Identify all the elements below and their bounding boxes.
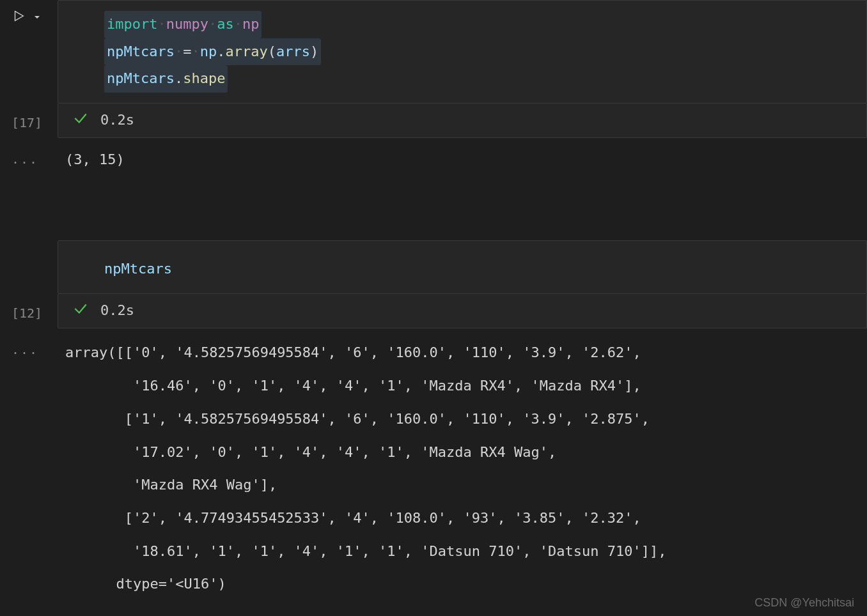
execution-count: [17] — [12, 115, 42, 130]
function-call: array — [225, 43, 267, 59]
chevron-down-icon[interactable] — [32, 10, 42, 26]
success-check-icon — [72, 300, 89, 320]
cell-2-output: array([['0', '4.58257569495584', '6', '1… — [58, 328, 867, 613]
keyword-as: as — [217, 16, 234, 32]
cell-1-code-editor[interactable]: import·numpy·as·np npMtcars·=·np.array(a… — [58, 0, 867, 104]
cell-1-exec-count: [17] — [0, 104, 58, 130]
cell-1-status-bar: 0.2s — [58, 104, 867, 138]
property: shape — [183, 70, 225, 86]
cell-2-gutter-controls — [0, 240, 58, 249]
run-cell-icon[interactable] — [12, 9, 26, 26]
cell-2: npMtcars [12] 0.2s ··· array([['0', '4.5… — [0, 240, 867, 613]
watermark: CSDN @Yehchitsai — [754, 596, 854, 610]
argument: arrs — [276, 43, 310, 59]
cell-1-gutter-controls — [0, 0, 58, 26]
variable: npMtcars — [104, 261, 172, 277]
namespace: np — [200, 43, 217, 59]
variable: npMtcars — [107, 43, 175, 59]
keyword-import: import — [107, 16, 157, 32]
execution-time: 0.2s — [100, 112, 134, 128]
execution-time: 0.2s — [100, 302, 134, 318]
ellipsis-icon[interactable]: ··· — [12, 340, 38, 360]
module-name: numpy — [166, 16, 208, 32]
cell-1-output: (3, 15) — [58, 138, 867, 215]
ellipsis-icon[interactable]: ··· — [12, 150, 38, 170]
cell-2-output-gutter: ··· — [0, 328, 58, 360]
variable: npMtcars — [107, 70, 175, 86]
cell-1: import·numpy·as·np npMtcars·=·np.array(a… — [0, 0, 867, 215]
notebook: import·numpy·as·np npMtcars·=·np.array(a… — [0, 0, 867, 613]
cell-2-code-editor[interactable]: npMtcars — [58, 240, 867, 295]
cell-2-exec-count: [12] — [0, 294, 58, 321]
cell-spacer — [0, 215, 867, 240]
cell-2-status-bar: 0.2s — [58, 294, 867, 328]
alias-name: np — [242, 16, 260, 32]
operator-equals: = — [183, 43, 191, 59]
execution-count: [12] — [12, 305, 42, 321]
cell-1-output-gutter: ··· — [0, 138, 58, 170]
success-check-icon — [72, 110, 89, 130]
